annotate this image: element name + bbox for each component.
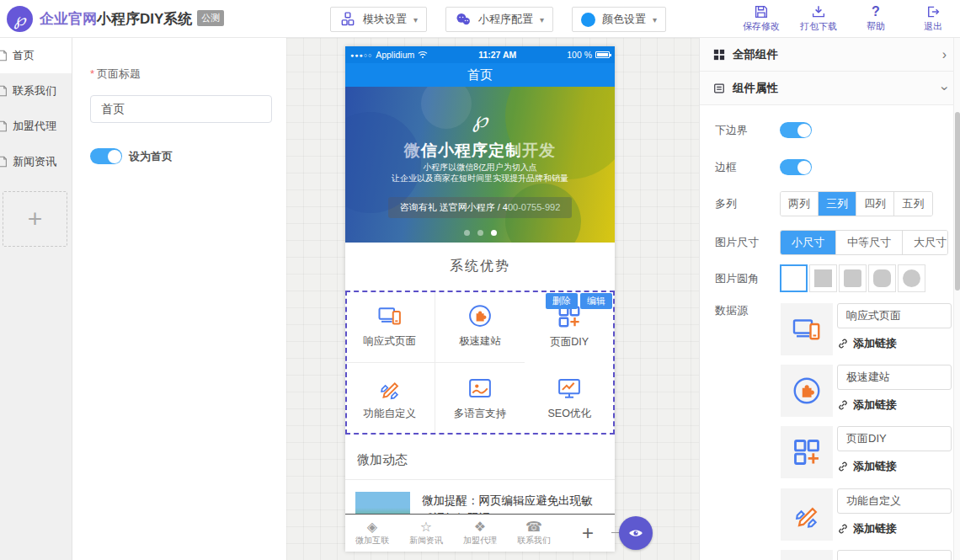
sidebar-item-contact[interactable]: 联系我们 [0, 73, 72, 109]
page-icon [0, 120, 8, 132]
header-toolbar: 模块设置 ▾ 小程序配置 ▾ 颜色设置 ▾ [330, 7, 666, 32]
all-components-header[interactable]: 全部组件 › [700, 38, 960, 72]
module-settings-button[interactable]: 模块设置 ▾ [330, 7, 427, 32]
size-option-small-selected[interactable]: 小尺寸 [781, 231, 836, 254]
pages-sidebar: 首页 联系我们 加盟代理 新闻资讯 + [0, 38, 72, 560]
plus-icon: + [582, 521, 594, 545]
tab-agency[interactable]: ❖ 加盟代理 [453, 515, 507, 552]
app-logo-icon: ℘ [7, 6, 33, 32]
banner-slide[interactable]: ℘ 微信小程序定制开发 小程序以微信8亿用户为切入点 让企业以及商家在短时间里实… [345, 87, 615, 243]
page-title-label: *页面标题 [90, 67, 273, 82]
save-button[interactable]: 保存修改 [739, 4, 783, 33]
header-actions: 保存修改 打包下载 ? 帮助 退出 [739, 4, 955, 33]
page-icon [0, 50, 8, 61]
add-link-button[interactable]: 添加链接 [837, 521, 952, 536]
pagination-dot-active[interactable] [491, 230, 497, 236]
page-settings-panel: *页面标题 设为首页 [73, 38, 286, 560]
radius-option-3[interactable] [868, 264, 896, 292]
sidebar-item-agency[interactable]: 加盟代理 [0, 109, 72, 144]
columns-option-5[interactable]: 五列 [894, 192, 932, 216]
sidebar-item-news[interactable]: 新闻资讯 [0, 144, 72, 179]
radius-option-1[interactable] [809, 264, 837, 292]
datasource-thumb[interactable] [781, 303, 833, 355]
datasource-thumb[interactable] [781, 550, 833, 560]
add-link-button[interactable]: 添加链接 [837, 336, 952, 351]
app-title: 企业官网小程序DIY系统公测 [40, 9, 224, 29]
add-link-button[interactable]: 添加链接 [837, 459, 952, 474]
tab-weijia[interactable]: ◈ 微加互联 [345, 515, 399, 552]
set-home-toggle[interactable] [90, 148, 122, 164]
sidebar-item-home[interactable]: 首页 [0, 38, 72, 73]
fast-build-icon [792, 376, 822, 406]
image-radius-options [780, 264, 925, 292]
properties-list-icon [713, 83, 725, 94]
news-section-title: 微加动态 [345, 440, 615, 480]
tab-news[interactable]: ☆ 新闻资讯 [399, 515, 453, 552]
datasource-title-input[interactable] [837, 550, 952, 560]
miniapp-config-button[interactable]: 小程序配置 ▾ [445, 7, 553, 32]
datasource-thumb[interactable] [781, 426, 833, 478]
columns-row: 多列 两列 三列 四列 五列 [715, 191, 948, 216]
border-toggle[interactable] [780, 159, 812, 175]
cubes-icon [339, 11, 356, 28]
delete-component-button[interactable]: 删除 [546, 293, 578, 309]
responsive-page-icon [377, 303, 403, 328]
tab-contact[interactable]: ☎ 联系我们 [507, 515, 561, 552]
datasource-title-input[interactable] [837, 365, 952, 390]
columns-option-3-selected[interactable]: 三列 [819, 192, 856, 216]
preview-eye-button[interactable] [619, 516, 653, 550]
color-swatch-icon [581, 13, 595, 27]
radius-option-4[interactable] [898, 264, 925, 292]
help-button[interactable]: ? 帮助 [854, 4, 898, 33]
feature-cell-speed[interactable]: 极速建站 [435, 291, 525, 363]
pagination-dot[interactable] [477, 230, 483, 236]
color-settings-button[interactable]: 颜色设置 ▾ [572, 7, 666, 32]
datasource-thumb[interactable] [781, 365, 833, 417]
columns-segmented-control: 两列 三列 四列 五列 [780, 191, 933, 216]
inspector-panel: 全部组件 › 组件属性 › 下边界 边框 多列 两列 三列 四列 五列 图片尺寸… [699, 38, 960, 560]
custom-function-icon [377, 376, 403, 401]
image-radius-row: 图片圆角 [715, 264, 948, 292]
feature-cell-language[interactable]: 多语言支持 [435, 363, 525, 435]
feature-cell-seo[interactable]: SEO优化 [525, 363, 615, 435]
save-icon [754, 4, 769, 19]
radius-option-0-selected[interactable] [780, 264, 808, 292]
set-home-label: 设为首页 [129, 149, 173, 164]
add-page-button[interactable]: + [3, 191, 67, 247]
edit-component-button[interactable]: 编辑 [580, 293, 612, 309]
seo-icon [557, 376, 582, 401]
status-time: 11:27 AM [431, 50, 563, 60]
brand: ℘ 企业官网小程序DIY系统公测 [7, 6, 224, 32]
tab-add-button[interactable]: + [561, 515, 615, 552]
panel-scrollbar[interactable] [953, 38, 960, 560]
datasource-thumb[interactable] [781, 488, 833, 541]
feature-cell-custom[interactable]: 功能自定义 [345, 363, 435, 435]
feature-grid-component-selected[interactable]: 删除 编辑 响应式页面 极速建站 页面DIY 功能自定义 多语言支持 SEO优化 [345, 291, 615, 435]
component-props-header[interactable]: 组件属性 › [700, 72, 960, 105]
radius-option-2[interactable] [839, 264, 867, 292]
datasource-title-input[interactable] [837, 426, 952, 451]
exit-button[interactable]: 退出 [911, 4, 955, 33]
multi-language-icon [467, 376, 493, 401]
bottom-border-row: 下边界 [715, 122, 948, 138]
pagination-dot[interactable] [464, 230, 470, 236]
size-option-large[interactable]: 大尺寸 [903, 231, 948, 254]
feature-cell-responsive[interactable]: 响应式页面 [345, 291, 435, 363]
columns-option-2[interactable]: 两列 [781, 192, 819, 216]
datasource-title-input[interactable] [837, 488, 952, 514]
phone-icon: ☎ [525, 520, 542, 535]
page-title-input[interactable] [90, 95, 272, 123]
scrollbar-thumb[interactable] [955, 112, 960, 291]
download-button[interactable]: 打包下载 [797, 4, 840, 33]
banner-pagination [345, 230, 615, 236]
columns-option-4[interactable]: 四列 [856, 192, 894, 216]
battery-percent: 100 % [567, 50, 592, 60]
bottom-border-toggle[interactable] [780, 122, 812, 138]
phone-nav-bar: 首页 [345, 63, 615, 87]
advantages-section-title: 系统优势 [345, 243, 615, 291]
size-option-medium[interactable]: 中等尺寸 [836, 231, 903, 254]
datasource-title-input[interactable] [837, 303, 952, 328]
wifi-icon [418, 51, 428, 59]
page-icon [0, 156, 8, 168]
add-link-button[interactable]: 添加链接 [837, 397, 952, 413]
